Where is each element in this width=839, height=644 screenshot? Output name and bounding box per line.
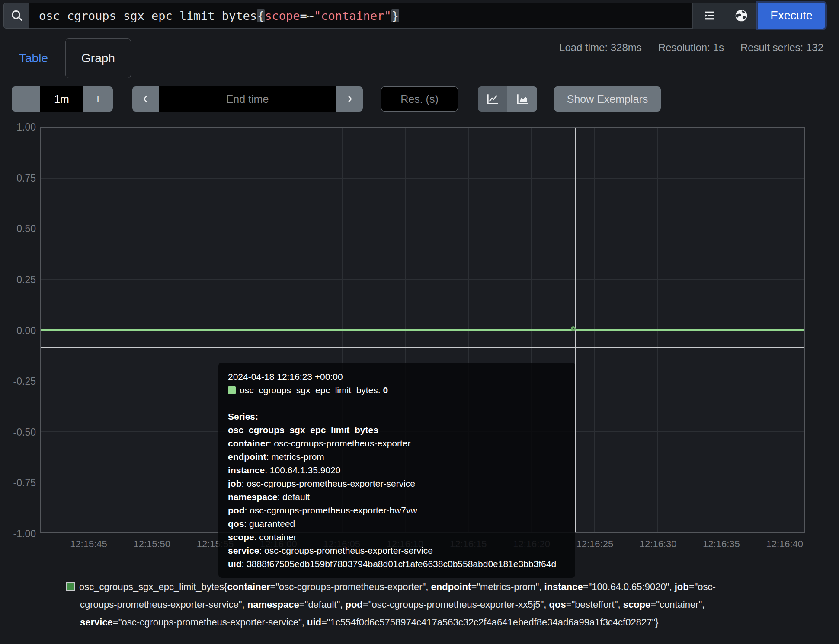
time-forward-button[interactable] — [336, 86, 363, 112]
execute-button-label: Execute — [770, 9, 813, 22]
tooltip-label-line: uid: 3888f67505edb159bf7803794ba8d01cf1a… — [228, 557, 566, 571]
tab-graph-label: Graph — [81, 51, 115, 65]
end-time-input[interactable] — [159, 86, 336, 112]
query-bar: osc_cgroups_sgx_epc_limit_bytes{scope=~"… — [3, 3, 825, 29]
load-time-stat: Load time: 328ms — [559, 41, 642, 54]
line-chart-toggle-button[interactable] — [478, 86, 507, 112]
query-matcher-value: "container" — [314, 9, 391, 22]
minus-icon: − — [22, 92, 30, 105]
plus-icon: + — [94, 92, 102, 105]
crosshair-horizontal — [41, 347, 804, 348]
result-series-stat: Result series: 132 — [740, 41, 823, 54]
tab-graph[interactable]: Graph — [65, 38, 131, 78]
y-axis-labels: 1.000.750.500.250.00-0.25-0.50-0.75-1.00 — [0, 127, 36, 533]
chart-type-group — [478, 86, 537, 112]
tooltip-swatch — [228, 386, 236, 394]
tooltip-series-heading: Series: — [228, 410, 566, 423]
time-back-button[interactable] — [132, 86, 159, 112]
tooltip-label-line: endpoint: metrics-prom — [228, 450, 566, 463]
chevron-right-icon — [344, 94, 355, 104]
grid-line-horizontal — [41, 229, 804, 229]
tooltip-label-line: instance: 100.64.1.35:9020 — [228, 463, 566, 477]
query-brace-open: { — [257, 9, 265, 22]
y-tick-label: -0.50 — [0, 427, 36, 438]
stacked-chart-toggle-button[interactable] — [507, 86, 537, 112]
metrics-explorer-icon — [703, 9, 716, 22]
tooltip-value: 0 — [383, 385, 388, 395]
tooltip-label-line: namespace: default — [228, 490, 566, 504]
globe-icon — [734, 9, 748, 22]
execute-button[interactable]: Execute — [758, 3, 825, 29]
tooltip-label-line: service: osc-cgroups-prometheus-exporter… — [228, 544, 566, 557]
y-tick-label: -0.75 — [0, 477, 36, 489]
show-exemplars-button[interactable]: Show Exemplars — [554, 86, 661, 112]
globe-button[interactable] — [725, 3, 757, 29]
y-tick-label: 0.25 — [0, 274, 36, 286]
query-metric: osc_cgroups_sgx_epc_limit_bytes — [39, 9, 257, 22]
x-tick-label: 12:15:50 — [133, 539, 170, 550]
hover-tooltip: 2024-04-18 12:16:23 +00:00 osc_cgroups_s… — [218, 363, 575, 578]
grid-line-horizontal — [41, 279, 804, 280]
y-tick-label: -0.25 — [0, 376, 36, 387]
tooltip-value-line: osc_cgroups_sgx_epc_limit_bytes: 0 — [228, 383, 566, 397]
x-tick-label: 12:16:25 — [576, 539, 614, 550]
search-segment — [3, 3, 29, 29]
legend-swatch — [66, 582, 75, 591]
hover-point-marker — [571, 326, 576, 331]
graph-controls: − + — [12, 86, 661, 112]
query-stats: Load time: 328ms Resolution: 1s Result s… — [559, 41, 823, 54]
tab-table[interactable]: Table — [9, 38, 58, 78]
time-group — [132, 86, 363, 112]
tooltip-series-metric: osc_cgroups_sgx_epc_limit_bytes — [228, 423, 566, 437]
metrics-explorer-button[interactable] — [693, 3, 725, 29]
resolution-input[interactable] — [381, 86, 458, 112]
x-tick-label: 12:16:35 — [703, 539, 740, 550]
show-exemplars-label: Show Exemplars — [567, 93, 648, 105]
query-matcher-operator: =~ — [300, 9, 314, 22]
tab-table-label: Table — [19, 51, 48, 65]
x-tick-label: 12:15:45 — [70, 539, 107, 550]
tooltip-label-line: qos: guaranteed — [228, 517, 566, 530]
tooltip-label-line: scope: container — [228, 530, 566, 544]
increase-range-button[interactable]: + — [83, 86, 113, 112]
y-tick-label: -1.00 — [0, 528, 36, 540]
stacked-chart-icon — [516, 92, 529, 106]
y-tick-label: 0.50 — [0, 223, 36, 235]
grid-line-horizontal — [41, 178, 804, 179]
query-expression-input[interactable]: osc_cgroups_sgx_epc_limit_bytes{scope=~"… — [29, 3, 693, 29]
decrease-range-button[interactable]: − — [12, 86, 40, 112]
search-icon — [10, 9, 24, 22]
tooltip-metric: osc_cgroups_sgx_epc_limit_bytes — [240, 385, 378, 395]
range-input[interactable] — [40, 86, 83, 112]
query-matcher-label: scope — [265, 9, 300, 22]
x-tick-label: 12:16:30 — [640, 539, 677, 550]
tooltip-timestamp: 2024-04-18 12:16:23 +00:00 — [228, 370, 566, 383]
legend-item[interactable]: osc_cgroups_sgx_epc_limit_bytes{containe… — [66, 578, 743, 631]
line-chart-icon — [486, 92, 500, 106]
tooltip-value-separator: : — [378, 385, 383, 395]
y-tick-label: 1.00 — [0, 121, 36, 133]
chevron-left-icon — [141, 94, 151, 104]
series-line — [41, 329, 804, 331]
prometheus-graph-page: osc_cgroups_sgx_epc_limit_bytes{scope=~"… — [0, 0, 839, 644]
range-group: − + — [12, 86, 113, 112]
y-tick-label: 0.00 — [0, 325, 36, 337]
query-brace-close: } — [391, 9, 399, 22]
x-tick-label: 12:16:40 — [766, 539, 803, 550]
resolution-stat: Resolution: 1s — [658, 41, 724, 54]
tooltip-label-line: pod: osc-cgroups-prometheus-exporter-bw7… — [228, 504, 566, 517]
tooltip-label-line: container: osc-cgroups-prometheus-export… — [228, 437, 566, 450]
legend-series-text: osc_cgroups_sgx_epc_limit_bytes{containe… — [79, 581, 716, 628]
tooltip-labels: container: osc-cgroups-prometheus-export… — [228, 437, 566, 571]
tooltip-label-line: job: osc-cgroups-prometheus-exporter-ser… — [228, 477, 566, 490]
y-tick-label: 0.75 — [0, 172, 36, 184]
